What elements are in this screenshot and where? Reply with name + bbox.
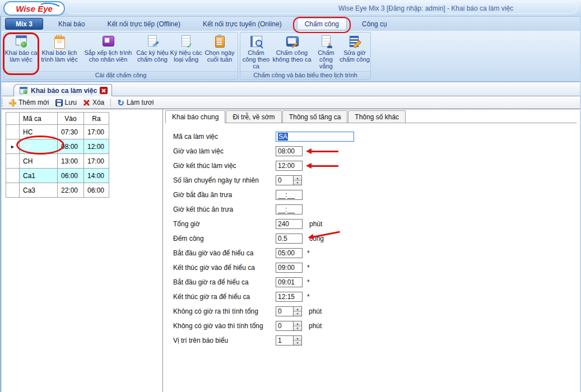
khong-co-gio-ra-thi-tinh-tong-input[interactable]: 0	[276, 306, 293, 316]
document-tab-label: Khai báo ca làm việc	[31, 87, 97, 95]
doc-person-icon	[319, 35, 333, 48]
vi-tri-tren-bao-bieu-input[interactable]: 1	[276, 335, 293, 346]
grid-cell[interactable]: 06:00	[84, 183, 109, 198]
field-row-khong-co-gio-vao-thi-tinh-tong: Không có giờ vào thì tính tổng0▲▼phút	[173, 319, 354, 333]
bat-dau-gio-vao-de-hieu-ca-input[interactable]: 05:00	[276, 248, 303, 258]
grid-cell[interactable]: 08:00	[58, 139, 84, 154]
field-label: Bắt đầu giờ ra để hiểu ca	[173, 278, 276, 286]
ribbon: Khai báo ca làm việcKhai báo lịch trình …	[0, 31, 581, 82]
grid-cell[interactable]: 14:00	[84, 169, 109, 183]
ribbon-group-label: Cài đặt chấm công	[4, 71, 238, 80]
clipboard-icon	[212, 35, 227, 48]
main-area: Mã caVàoRaHC07:3017:00►SA08:0012:00CH13:…	[0, 109, 581, 392]
form-tab-1[interactable]: Đi trễ, về sớm	[226, 110, 281, 123]
field-row-dem-cong: Đếm công0.5công	[173, 231, 354, 246]
field-row-vi-tri-tren-bao-bieu: Vị trí trên báo biểu1▲▼	[173, 333, 354, 348]
grid-header-2[interactable]: Ra	[84, 113, 109, 125]
save-button[interactable]: Lưu	[55, 99, 77, 106]
ribbon-button-sua-gio-cham-cong[interactable]: Sửa giờ chấm công	[340, 34, 370, 71]
khong-co-gio-vao-thi-tinh-tong-spin-down-icon[interactable]: ▼	[294, 326, 301, 331]
field-label: Vị trí trên báo biểu	[173, 337, 276, 344]
grid-cell[interactable]: Ca3	[20, 183, 58, 198]
grid-header-row: Mã caVàoRa	[6, 113, 109, 125]
grid-cell[interactable]: 22:00	[58, 183, 84, 198]
tong-gio-input[interactable]: 240	[276, 219, 303, 229]
grid-cell[interactable]: HC	[20, 125, 58, 139]
grid-header-0[interactable]: Mã ca	[20, 113, 58, 125]
field-label: Số lần chuyển ngày tự nhiên	[173, 176, 276, 184]
ribbon-button-cham-cong-theo-ca[interactable]: Chấm công theo ca	[241, 34, 271, 71]
add-button[interactable]: Thêm mới	[9, 99, 49, 106]
refresh-button[interactable]: ↻ Làm tươi	[117, 99, 154, 106]
dem-cong-input[interactable]: 0.5	[276, 234, 303, 244]
gio-ket-thuc-an-trua-input[interactable]: __:__	[276, 204, 303, 214]
ket-thuc-gio-ra-de-hieu-ca-input[interactable]: 12:15	[276, 292, 303, 302]
khong-co-gio-vao-thi-tinh-tong-spin-up-icon[interactable]: ▲	[294, 321, 301, 326]
menu-tab-cham-cong[interactable]: Chấm công	[297, 18, 347, 30]
ribbon-button-khai-bao-lich-trinh-lam-viec[interactable]: Khai báo lịch trình làm việc	[38, 34, 81, 71]
ribbon-groups: Khai báo ca làm việcKhai báo lịch trình …	[0, 31, 581, 80]
gio-ket-thuc-lam-viec-input[interactable]: 12:00	[276, 161, 303, 171]
ribbon-button-cham-cong-vang[interactable]: Chấm công vắng	[313, 34, 340, 71]
grid-cell[interactable]: 07:30	[58, 125, 84, 139]
row-selector-arrow-icon[interactable]: ►	[6, 139, 20, 154]
refresh-icon: ↻	[117, 99, 124, 106]
khong-co-gio-ra-thi-tinh-tong-spin-down-icon[interactable]: ▼	[294, 312, 301, 316]
so-lan-chuyen-ngay-tu-nhien-spin-down-icon[interactable]: ▼	[294, 181, 301, 185]
close-icon[interactable]	[100, 87, 108, 94]
bat-dau-gio-ra-de-hieu-ca-input[interactable]: 09:01	[276, 277, 303, 287]
form-tab-0[interactable]: Khai báo chung	[165, 110, 225, 123]
ribbon-button-chon-ngay-cuoi-tuan[interactable]: Chọn ngày cuối tuần	[202, 34, 237, 71]
field-suffix: phút	[309, 322, 322, 330]
so-lan-chuyen-ngay-tu-nhien-input[interactable]: 0	[276, 175, 293, 185]
grid-cell[interactable]: 12:00	[84, 139, 109, 154]
field-label: Không có giờ vào thì tính tổng	[173, 322, 276, 330]
document-tab[interactable]: Khai báo ca làm việc	[13, 84, 112, 96]
plus-icon	[9, 99, 16, 106]
gio-vao-lam-viec-input[interactable]: 08:00	[276, 146, 303, 156]
field-label: Tổng giờ	[173, 220, 276, 228]
ribbon-button-cac-ky-hieu-cham-cong[interactable]: Các ký hiệu chấm công	[135, 34, 170, 71]
ma-ca-lam-viec-input[interactable]: SA	[276, 132, 354, 142]
gio-bat-dau-an-trua-input[interactable]: __:__	[276, 190, 303, 200]
table-row-SA[interactable]: ►SA08:0012:00	[6, 139, 109, 154]
row-selector-cell[interactable]	[6, 154, 20, 169]
delete-button[interactable]: Xóa	[83, 99, 104, 106]
table-row-HC[interactable]: HC07:3017:00	[6, 125, 109, 139]
screen-pencil-icon	[285, 35, 299, 48]
row-selector-cell[interactable]	[6, 125, 20, 139]
form-tab-3[interactable]: Thông số khác	[348, 110, 406, 123]
grid-cell[interactable]: 17:00	[84, 154, 109, 169]
khong-co-gio-ra-thi-tinh-tong-spin-up-icon[interactable]: ▲	[294, 307, 301, 312]
vi-tri-tren-bao-bieu-spin-down-icon[interactable]: ▼	[294, 341, 301, 346]
ribbon-button-sap-xep-lich-trinh-cho-nhan-vien[interactable]: Sắp xếp lịch trình cho nhân viên	[81, 34, 135, 71]
grid-cell[interactable]: 06:00	[58, 169, 84, 183]
ribbon-button-khai-bao-ca-lam-viec[interactable]: Khai báo ca làm việc	[4, 34, 38, 71]
row-selector-cell[interactable]	[6, 169, 20, 183]
ribbon-group-1: Chấm công theo caChấm công không theo ca…	[240, 32, 371, 80]
menu-tab-khai-bao[interactable]: Khai báo	[51, 18, 92, 30]
menu-tab-ket-noi-truc-tiep-offline[interactable]: Kết nối trực tiếp (Offline)	[100, 18, 188, 30]
khong-co-gio-vao-thi-tinh-tong-input[interactable]: 0	[276, 321, 293, 331]
ribbon-button-cham-cong-khong-theo-ca[interactable]: Chấm công không theo ca	[271, 34, 313, 71]
so-lan-chuyen-ngay-tu-nhien-spin-up-icon[interactable]: ▲	[294, 176, 301, 181]
row-selector-cell[interactable]	[6, 183, 20, 198]
table-row-Ca3[interactable]: Ca322:0006:00	[6, 183, 109, 198]
table-row-CH[interactable]: CH13:0017:00	[6, 154, 109, 169]
ribbon-button-ky-hieu-cac-loai-vang[interactable]: Ký hiệu các loại vắng	[170, 34, 202, 71]
grid-cell[interactable]: 13:00	[58, 154, 84, 169]
menu-tab-ket-noi-truc-tuyen-online[interactable]: Kết nối trực tuyến (Online)	[196, 18, 289, 30]
delete-x-icon	[83, 99, 90, 106]
grid-cell[interactable]: Ca1	[20, 169, 58, 183]
app-menu-button[interactable]: Mix 3	[5, 18, 43, 30]
vi-tri-tren-bao-bieu-spin-up-icon[interactable]: ▲	[294, 336, 301, 341]
field-suffix: *	[307, 293, 310, 301]
grid-cell[interactable]: CH	[20, 154, 58, 169]
form-tab-2[interactable]: Thông số tăng ca	[282, 110, 348, 123]
table-row-Ca1[interactable]: Ca106:0014:00	[6, 169, 109, 183]
menu-tab-cong-cu[interactable]: Công cụ	[355, 18, 394, 30]
grid-cell[interactable]: 17:00	[84, 125, 109, 139]
ket-thuc-gio-vao-de-hieu-ca-input[interactable]: 09:00	[276, 263, 303, 273]
grid-cell[interactable]: SA	[20, 139, 58, 154]
grid-header-1[interactable]: Vào	[58, 113, 84, 125]
